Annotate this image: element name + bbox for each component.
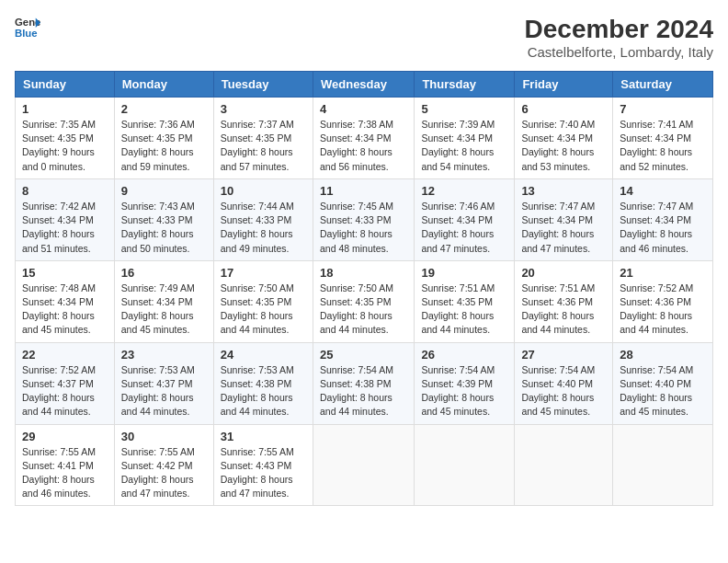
- calendar-body: 1 Sunrise: 7:35 AMSunset: 4:35 PMDayligh…: [16, 98, 713, 506]
- calendar-week-1: 1 Sunrise: 7:35 AMSunset: 4:35 PMDayligh…: [16, 98, 713, 179]
- calendar-cell: [613, 424, 713, 506]
- calendar-cell: [313, 424, 414, 506]
- column-header-monday: Monday: [114, 72, 213, 98]
- column-header-tuesday: Tuesday: [213, 72, 313, 98]
- day-number: 24: [221, 348, 306, 362]
- day-number: 3: [221, 102, 306, 116]
- calendar-cell: 6 Sunrise: 7:40 AMSunset: 4:34 PMDayligh…: [515, 98, 613, 179]
- calendar-cell: [415, 424, 515, 506]
- cell-content: Sunrise: 7:41 AMSunset: 4:34 PMDaylight:…: [620, 118, 706, 174]
- day-number: 28: [620, 348, 706, 362]
- cell-content: Sunrise: 7:51 AMSunset: 4:36 PMDaylight:…: [521, 282, 606, 338]
- calendar-cell: 26 Sunrise: 7:54 AMSunset: 4:39 PMDaylig…: [415, 342, 515, 424]
- calendar-cell: 1 Sunrise: 7:35 AMSunset: 4:35 PMDayligh…: [16, 98, 115, 179]
- column-header-thursday: Thursday: [415, 72, 515, 98]
- day-number: 6: [521, 102, 606, 116]
- cell-content: Sunrise: 7:36 AMSunset: 4:35 PMDaylight:…: [121, 118, 207, 174]
- day-number: 11: [320, 184, 407, 198]
- day-number: 18: [320, 266, 407, 280]
- day-number: 9: [121, 184, 207, 198]
- cell-content: Sunrise: 7:54 AMSunset: 4:40 PMDaylight:…: [521, 363, 606, 419]
- month-title: December 2024: [525, 15, 713, 44]
- cell-content: Sunrise: 7:55 AMSunset: 4:42 PMDaylight:…: [121, 445, 207, 501]
- calendar-cell: 18 Sunrise: 7:50 AMSunset: 4:35 PMDaylig…: [313, 260, 414, 342]
- cell-content: Sunrise: 7:43 AMSunset: 4:33 PMDaylight:…: [121, 200, 207, 256]
- column-header-saturday: Saturday: [613, 72, 713, 98]
- cell-content: Sunrise: 7:48 AMSunset: 4:34 PMDaylight:…: [22, 282, 108, 338]
- calendar-cell: 15 Sunrise: 7:48 AMSunset: 4:34 PMDaylig…: [16, 260, 115, 342]
- day-number: 21: [620, 266, 706, 280]
- day-number: 2: [121, 102, 207, 116]
- cell-content: Sunrise: 7:52 AMSunset: 4:37 PMDaylight:…: [22, 363, 108, 419]
- cell-content: Sunrise: 7:42 AMSunset: 4:34 PMDaylight:…: [22, 200, 108, 256]
- calendar-cell: 27 Sunrise: 7:54 AMSunset: 4:40 PMDaylig…: [515, 342, 613, 424]
- day-number: 17: [221, 266, 306, 280]
- calendar-cell: 25 Sunrise: 7:54 AMSunset: 4:38 PMDaylig…: [313, 342, 414, 424]
- calendar-cell: 30 Sunrise: 7:55 AMSunset: 4:42 PMDaylig…: [114, 424, 213, 506]
- title-area: December 2024 Castelbelforte, Lombardy, …: [525, 15, 713, 60]
- day-number: 7: [620, 102, 706, 116]
- column-header-sunday: Sunday: [16, 72, 115, 98]
- day-number: 14: [620, 184, 706, 198]
- day-number: 15: [22, 266, 108, 280]
- cell-content: Sunrise: 7:54 AMSunset: 4:38 PMDaylight:…: [320, 363, 407, 419]
- day-number: 12: [421, 184, 507, 198]
- cell-content: Sunrise: 7:49 AMSunset: 4:34 PMDaylight:…: [121, 282, 207, 338]
- calendar-cell: 11 Sunrise: 7:45 AMSunset: 4:33 PMDaylig…: [313, 178, 414, 260]
- calendar-cell: 28 Sunrise: 7:54 AMSunset: 4:40 PMDaylig…: [613, 342, 713, 424]
- day-number: 31: [221, 430, 306, 443]
- calendar-cell: 21 Sunrise: 7:52 AMSunset: 4:36 PMDaylig…: [613, 260, 713, 342]
- day-number: 26: [421, 348, 507, 362]
- day-number: 25: [320, 348, 407, 362]
- cell-content: Sunrise: 7:54 AMSunset: 4:39 PMDaylight:…: [421, 363, 507, 419]
- calendar-cell: 5 Sunrise: 7:39 AMSunset: 4:34 PMDayligh…: [415, 98, 515, 179]
- day-number: 10: [221, 184, 306, 198]
- calendar-cell: 31 Sunrise: 7:55 AMSunset: 4:43 PMDaylig…: [213, 424, 313, 506]
- calendar-cell: 29 Sunrise: 7:55 AMSunset: 4:41 PMDaylig…: [16, 424, 115, 506]
- day-number: 23: [121, 348, 207, 362]
- calendar-cell: 22 Sunrise: 7:52 AMSunset: 4:37 PMDaylig…: [16, 342, 115, 424]
- column-header-wednesday: Wednesday: [313, 72, 414, 98]
- cell-content: Sunrise: 7:51 AMSunset: 4:35 PMDaylight:…: [421, 282, 507, 338]
- calendar-week-2: 8 Sunrise: 7:42 AMSunset: 4:34 PMDayligh…: [16, 178, 713, 260]
- cell-content: Sunrise: 7:52 AMSunset: 4:36 PMDaylight:…: [620, 282, 706, 338]
- calendar-cell: 24 Sunrise: 7:53 AMSunset: 4:38 PMDaylig…: [213, 342, 313, 424]
- cell-content: Sunrise: 7:50 AMSunset: 4:35 PMDaylight:…: [221, 282, 306, 338]
- day-number: 20: [521, 266, 606, 280]
- day-number: 19: [421, 266, 507, 280]
- location-title: Castelbelforte, Lombardy, Italy: [525, 44, 713, 60]
- calendar-cell: 12 Sunrise: 7:46 AMSunset: 4:34 PMDaylig…: [415, 178, 515, 260]
- cell-content: Sunrise: 7:47 AMSunset: 4:34 PMDaylight:…: [620, 200, 706, 256]
- cell-content: Sunrise: 7:35 AMSunset: 4:35 PMDaylight:…: [22, 118, 108, 174]
- calendar-cell: [515, 424, 613, 506]
- cell-content: Sunrise: 7:46 AMSunset: 4:34 PMDaylight:…: [421, 200, 507, 256]
- calendar-cell: 3 Sunrise: 7:37 AMSunset: 4:35 PMDayligh…: [213, 98, 313, 179]
- day-number: 5: [421, 102, 507, 116]
- header: General Blue December 2024 Castelbelfort…: [15, 15, 713, 60]
- cell-content: Sunrise: 7:50 AMSunset: 4:35 PMDaylight:…: [320, 282, 407, 338]
- calendar-week-5: 29 Sunrise: 7:55 AMSunset: 4:41 PMDaylig…: [16, 424, 713, 506]
- calendar-cell: 10 Sunrise: 7:44 AMSunset: 4:33 PMDaylig…: [213, 178, 313, 260]
- cell-content: Sunrise: 7:44 AMSunset: 4:33 PMDaylight:…: [221, 200, 306, 256]
- column-header-friday: Friday: [515, 72, 613, 98]
- cell-content: Sunrise: 7:53 AMSunset: 4:37 PMDaylight:…: [121, 363, 207, 419]
- calendar-cell: 8 Sunrise: 7:42 AMSunset: 4:34 PMDayligh…: [16, 178, 115, 260]
- cell-content: Sunrise: 7:55 AMSunset: 4:41 PMDaylight:…: [22, 445, 108, 501]
- day-number: 29: [22, 430, 108, 443]
- day-number: 1: [22, 102, 108, 116]
- calendar-header-row: SundayMondayTuesdayWednesdayThursdayFrid…: [16, 72, 713, 98]
- calendar-week-3: 15 Sunrise: 7:48 AMSunset: 4:34 PMDaylig…: [16, 260, 713, 342]
- cell-content: Sunrise: 7:37 AMSunset: 4:35 PMDaylight:…: [221, 118, 306, 174]
- day-number: 4: [320, 102, 407, 116]
- calendar-cell: 16 Sunrise: 7:49 AMSunset: 4:34 PMDaylig…: [114, 260, 213, 342]
- cell-content: Sunrise: 7:55 AMSunset: 4:43 PMDaylight:…: [221, 445, 306, 501]
- svg-text:Blue: Blue: [15, 28, 38, 39]
- cell-content: Sunrise: 7:40 AMSunset: 4:34 PMDaylight:…: [521, 118, 606, 174]
- day-number: 30: [121, 430, 207, 443]
- cell-content: Sunrise: 7:45 AMSunset: 4:33 PMDaylight:…: [320, 200, 407, 256]
- day-number: 8: [22, 184, 108, 198]
- cell-content: Sunrise: 7:38 AMSunset: 4:34 PMDaylight:…: [320, 118, 407, 174]
- cell-content: Sunrise: 7:54 AMSunset: 4:40 PMDaylight:…: [620, 363, 706, 419]
- calendar-cell: 2 Sunrise: 7:36 AMSunset: 4:35 PMDayligh…: [114, 98, 213, 179]
- cell-content: Sunrise: 7:53 AMSunset: 4:38 PMDaylight:…: [221, 363, 306, 419]
